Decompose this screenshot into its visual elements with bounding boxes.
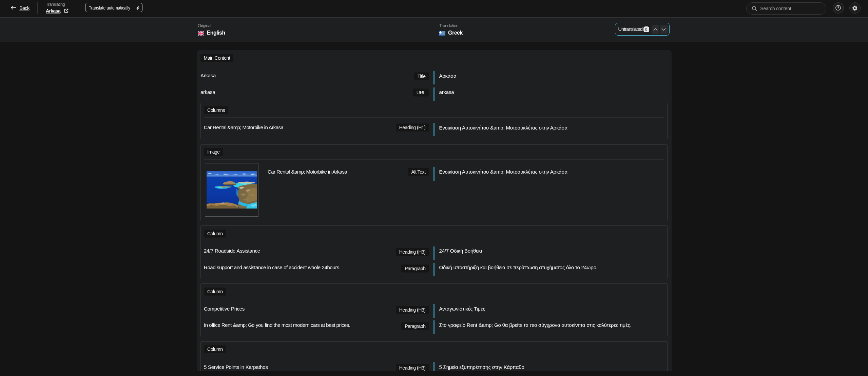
svg-text:?: ? — [837, 6, 839, 10]
